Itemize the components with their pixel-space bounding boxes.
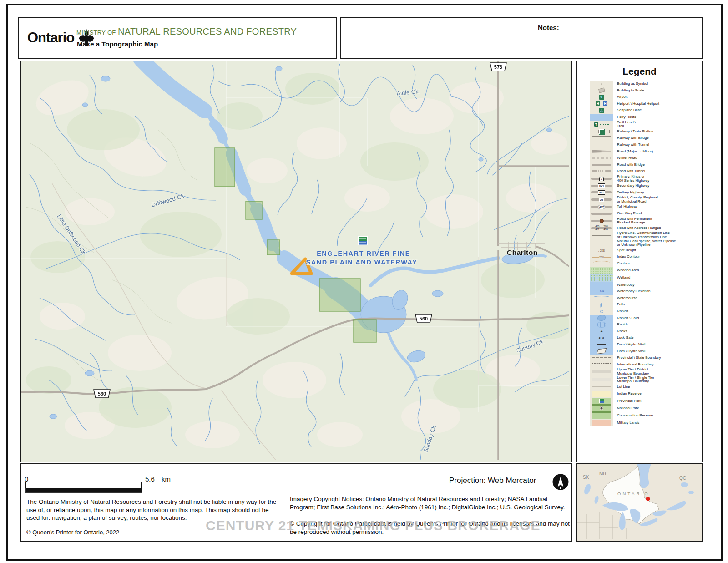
rapids-falls-symbol (590, 315, 613, 322)
upper-bound-symbol (590, 368, 613, 375)
lower-bound-symbol (590, 376, 613, 384)
legend-item-label: Primary, Kings or 400 Series Highway (617, 175, 698, 183)
lock-symbol: < < (590, 335, 613, 341)
legend-item: Dam \ Hydro Wall (577, 348, 702, 355)
legend-item: One Way Road (577, 210, 702, 217)
legend-item: Railway with Bridge (577, 135, 702, 142)
heliport-symbol (590, 101, 613, 107)
road-mm-symbol (590, 148, 613, 155)
legend-item-label: Natural Gas Pipeline, Water Pipeline or … (617, 239, 698, 247)
legend-item-label: Lock Gate (617, 336, 698, 340)
legend-item-label: Road (Major → Minor) (617, 150, 698, 154)
address-symbol: 420 500 421 499 (590, 225, 613, 232)
legend-item: Road with Bridge (577, 162, 702, 168)
legend-item: Building to Scale (577, 87, 702, 94)
charlton-town-label: Charlton (507, 249, 538, 256)
legend-item-label: Trail Head \ Trail (617, 121, 698, 128)
svg-text:560: 560 (420, 316, 428, 321)
dam-poly-symbol (590, 348, 613, 355)
natl-park-symbol (590, 405, 613, 412)
legend-item: Dam \ Hydro Wall (577, 341, 702, 348)
provincial-park-icon (358, 236, 368, 245)
legend-item-label: Rocks (617, 330, 698, 334)
map-document-page: Ontario MINISTRY OF NATURAL RESOURCES AN… (0, 0, 728, 563)
legend-item: International Boundary (577, 361, 702, 368)
scale-start: 0 (25, 475, 28, 483)
legend-item: 420 500 421 499Road with Address Ranges (577, 225, 702, 232)
legend-item: Building as Symbol (577, 81, 702, 87)
legend-item-label: Toll Highway (617, 205, 698, 209)
legend-item: 200Index Contour (577, 254, 702, 260)
legend-item-label: Road with Permanent Blocked Passage (617, 217, 698, 225)
cons-reserve-symbol (590, 412, 613, 419)
projection-label: Projection: Web Mercator (449, 476, 536, 485)
legend-item: Wooded Area (577, 267, 702, 274)
legend-item-label: Railway with Bridge (617, 136, 698, 140)
legend-item: Trail Head \ Trail (577, 121, 702, 128)
hydro-symbol (590, 231, 613, 239)
index-contour-symbol: 200 (590, 254, 613, 260)
legend-item: Military Lands (577, 419, 702, 426)
legend-item-label: Provincial \ State Boundary (617, 356, 698, 360)
map-panel: 573 560 560 Aidie Ck Driftwood Ck Little… (20, 61, 572, 462)
legend-item-label: Lower Tier \ Single Tier Municipal Bound… (617, 376, 698, 384)
legend-item: Upper Tier \ District Municipal Boundary (577, 368, 702, 375)
legend-item: Wetland (577, 274, 702, 282)
rail-bridge-symbol (590, 135, 613, 142)
prov-park-symbol (590, 397, 613, 405)
prov-bound-symbol (590, 355, 613, 361)
pipeline-symbol (590, 239, 613, 247)
hwy-560-shield-west: 560 (94, 390, 110, 398)
legend-item: Provincial Park (577, 397, 702, 405)
legend-item: Heliport \ Hospital Heliport (577, 101, 702, 107)
falls-symbol (590, 301, 613, 308)
legend-item-label: Railway with Tunnel (617, 143, 698, 147)
legend-item-label: Wooded Area (617, 269, 698, 273)
inset-label-sk: SK (583, 475, 589, 480)
scale-unit: km (162, 475, 171, 483)
hwy-573-shield: 573 (490, 63, 506, 71)
page-title: Make a Topographic Map (77, 40, 158, 48)
legend-item: Indian Reserve (577, 390, 702, 397)
legend-item-label: District, County, Regional or Municipal … (617, 196, 698, 203)
airport-symbol (590, 94, 613, 101)
wb-elev-symbol: .184 (590, 288, 613, 295)
scale-end: 5.6 (145, 475, 155, 483)
legend-item: Waterbody (577, 282, 702, 289)
overview-inset-map: SK MB QC ONTARIO (576, 463, 703, 542)
legend-item-label: Hydro Line, Communication Line or Unknow… (617, 231, 698, 239)
legend-item-label: Rapids (617, 323, 698, 327)
legend-item-label: Winter Road (617, 156, 698, 160)
hwy-toll-symbol: 407 (590, 203, 613, 210)
legend-item-label: Heliport \ Hospital Heliport (617, 102, 698, 106)
legend-item-label: Airport (617, 95, 698, 99)
legend-item: Lot Line (577, 384, 702, 391)
hwy-primary-symbol: 7 (590, 175, 613, 183)
road-bridge-symbol (590, 162, 613, 168)
hwy-secondary-symbol: 524 (590, 183, 613, 189)
rapids-area-symbol (590, 321, 613, 328)
legend-item: Provincial \ State Boundary (577, 355, 702, 361)
scale-bar (25, 488, 142, 493)
park-name-line1: ENGLEHART RIVER FINE (317, 250, 410, 257)
legend-item-label: Ferry Route (617, 115, 698, 119)
intl-bound-symbol (590, 361, 613, 368)
trail-symbol (590, 121, 613, 128)
rocks-symbol: + (590, 328, 613, 335)
legend-item: . 208Spot Height (577, 247, 702, 254)
legend-item: Natural Gas Pipeline, Water Pipeline or … (577, 239, 702, 247)
legend-item-label: Dam \ Hydro Wall (617, 343, 698, 347)
watercourse-symbol (590, 295, 613, 302)
legend-item-label: National Park (617, 406, 698, 411)
legend-item: Watercourse (577, 295, 702, 302)
legend-item: Seaplane Base (577, 107, 702, 114)
legend-item-label: International Boundary (617, 363, 698, 367)
legend-item-label: Military Lands (617, 421, 698, 425)
legend-item-label: Railway \ Train Station (617, 130, 698, 134)
rail-tunnel-symbol (590, 142, 613, 148)
inset-label-mb: MB (599, 471, 606, 476)
wooded-symbol (590, 267, 613, 274)
legend-item: Hydro Line, Communication Line or Unknow… (577, 231, 702, 239)
imagery-copyright-text: Imagery Copyright Notices: Ontario Minis… (290, 495, 573, 511)
legend-item-label: Secondary Highway (617, 184, 698, 188)
